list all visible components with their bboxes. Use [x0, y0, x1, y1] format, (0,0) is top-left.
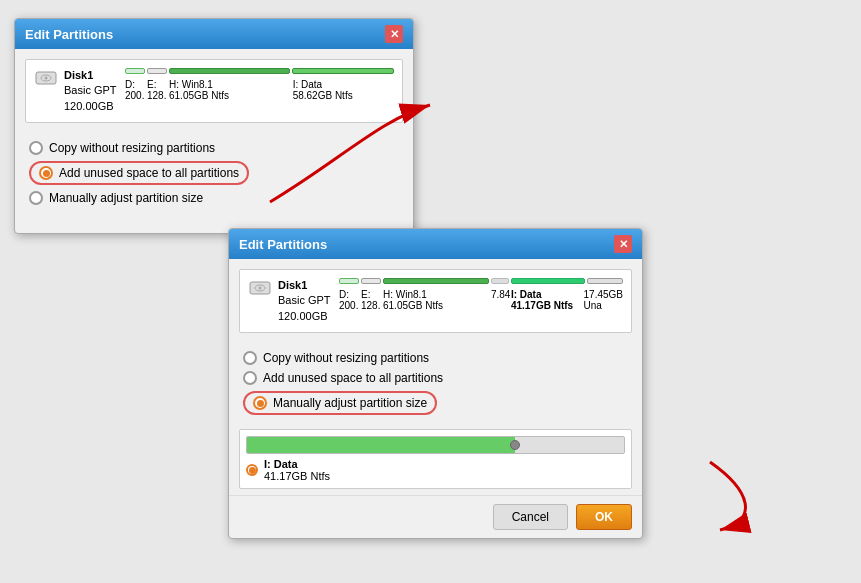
- label-win81: H: Win8.161.05GB Ntfs: [169, 79, 291, 101]
- partition-d-2: [339, 278, 359, 284]
- dialog-1-titlebar: Edit Partitions ✕: [15, 19, 413, 49]
- radio-addspace-1[interactable]: [39, 166, 53, 180]
- label-idata: I: Data58.62GB Ntfs: [293, 79, 394, 101]
- option-manual-label-2: Manually adjust partition size: [273, 396, 427, 410]
- dialog-2-titlebar: Edit Partitions ✕: [229, 229, 642, 259]
- label-idata-2: I: Data41.17GB Ntfs: [511, 289, 582, 311]
- option-manual-1[interactable]: Manually adjust partition size: [29, 191, 399, 205]
- svg-point-5: [259, 287, 262, 290]
- disk-area-1: Disk1 Basic GPT 120.00GB D:200. E:128. H…: [25, 59, 403, 123]
- option-manual-label-1: Manually adjust partition size: [49, 191, 203, 205]
- partition-d: [125, 68, 145, 74]
- radio-options-1: Copy without resizing partitions Add unu…: [15, 133, 413, 213]
- partition-idata: [292, 68, 394, 74]
- radio-copy-2[interactable]: [243, 351, 257, 365]
- radio-manual-1[interactable]: [29, 191, 43, 205]
- option-copy-label-2: Copy without resizing partitions: [263, 351, 429, 365]
- partition-e: [147, 68, 167, 74]
- dialog-2: Edit Partitions ✕ Disk1 Basic GPT 120.00…: [228, 228, 643, 539]
- dialog-buttons: Cancel OK: [229, 495, 642, 538]
- partition-e-2: [361, 278, 381, 284]
- partition-adjust-area: I: Data 41.17GB Ntfs: [239, 429, 632, 489]
- partition-item-size: 41.17GB Ntfs: [264, 470, 330, 482]
- partition-bar-handle[interactable]: [510, 440, 520, 450]
- disk-area-2: Disk1 Basic GPT 120.00GB D:200. E:128. H…: [239, 269, 632, 333]
- label-d-2: D:200.: [339, 289, 359, 311]
- partition-bar: [246, 436, 625, 454]
- disk-icon-1: [34, 68, 58, 88]
- disk-info-1: Disk1 Basic GPT 120.00GB: [64, 68, 119, 114]
- disk-icon-2: [248, 278, 272, 298]
- cancel-button[interactable]: Cancel: [493, 504, 568, 530]
- partition-item: I: Data 41.17GB Ntfs: [246, 458, 625, 482]
- partition-gap-2: [491, 278, 509, 284]
- option-manual-2[interactable]: Manually adjust partition size: [243, 391, 628, 415]
- partition-item-radio[interactable]: [246, 464, 258, 476]
- partition-bar-fill: [247, 437, 515, 453]
- disk-info-2: Disk1 Basic GPT 120.00GB: [278, 278, 333, 324]
- label-win81-2: H: Win8.161.05GB Ntfs: [383, 289, 489, 311]
- label-unalloc-2: 17.45GB Una: [584, 289, 623, 311]
- label-e: E:128.: [147, 79, 167, 101]
- radio-manual-2[interactable]: [253, 396, 267, 410]
- label-gap-2: 7.84: [491, 289, 509, 311]
- svg-point-2: [45, 77, 48, 80]
- partition-win81-2: [383, 278, 489, 284]
- option-addspace-label-2: Add unused space to all partitions: [263, 371, 443, 385]
- option-copy-label-1: Copy without resizing partitions: [49, 141, 215, 155]
- radio-options-2: Copy without resizing partitions Add unu…: [229, 343, 642, 423]
- option-addspace-2[interactable]: Add unused space to all partitions: [243, 371, 628, 385]
- partition-item-name: I: Data: [264, 458, 330, 470]
- partition-item-info: I: Data 41.17GB Ntfs: [264, 458, 330, 482]
- label-e-2: E:128.: [361, 289, 381, 311]
- radio-copy-1[interactable]: [29, 141, 43, 155]
- arrow-2: [710, 462, 745, 530]
- option-copy-1[interactable]: Copy without resizing partitions: [29, 141, 399, 155]
- dialog-2-title: Edit Partitions: [239, 237, 327, 252]
- partition-win81: [169, 68, 290, 74]
- dialog-1-close[interactable]: ✕: [385, 25, 403, 43]
- dialog-1-title: Edit Partitions: [25, 27, 113, 42]
- ok-button[interactable]: OK: [576, 504, 632, 530]
- partition-unalloc-2: [587, 278, 623, 284]
- partition-idata-2: [511, 278, 585, 284]
- radio-addspace-2[interactable]: [243, 371, 257, 385]
- dialog-2-close[interactable]: ✕: [614, 235, 632, 253]
- option-addspace-1[interactable]: Add unused space to all partitions: [29, 161, 399, 185]
- label-d: D:200.: [125, 79, 145, 101]
- dialog-1: Edit Partitions ✕ Disk1 Basic GPT 120.00…: [14, 18, 414, 234]
- option-addspace-label-1: Add unused space to all partitions: [59, 166, 239, 180]
- option-copy-2[interactable]: Copy without resizing partitions: [243, 351, 628, 365]
